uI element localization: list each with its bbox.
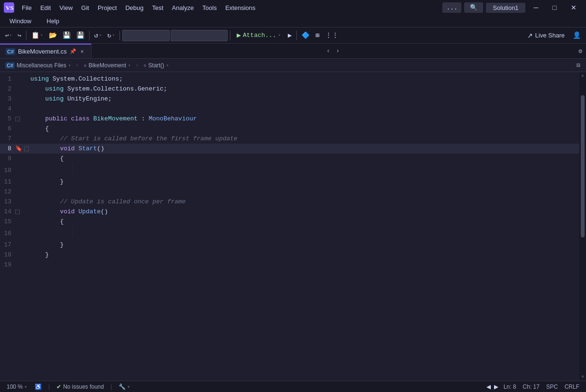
more-toolbar-btn[interactable]: ⋮⋮ xyxy=(323,30,341,41)
line-content-18: } xyxy=(28,250,579,260)
open-file-btn[interactable]: 📂 xyxy=(46,30,59,41)
diagnostics-btn[interactable]: 🔷 xyxy=(299,30,312,41)
line-gutter-10: 10 xyxy=(0,164,28,177)
namespace-text: System.Collections; xyxy=(49,75,123,82)
tab-filename: BikeMovement.cs xyxy=(18,48,67,55)
menu-analyze[interactable]: Analyze xyxy=(168,2,198,13)
undo-btn[interactable]: ↺ ▾ xyxy=(92,30,104,41)
tab-close-button[interactable]: × xyxy=(79,48,85,55)
profile-button[interactable]: 👤 xyxy=(570,30,583,41)
scroll-right-status[interactable]: ▶ xyxy=(493,383,500,390)
line-ending-info[interactable]: CRLF xyxy=(562,383,582,390)
menu-edit[interactable]: Edit xyxy=(37,2,55,13)
menu-git[interactable]: Git xyxy=(77,2,93,13)
menu-extensions[interactable]: Extensions xyxy=(221,2,259,13)
line-info[interactable]: Ln: 8 xyxy=(501,383,519,390)
config-dropdown[interactable] xyxy=(122,30,170,41)
no-issues-indicator[interactable]: ✔ No issues found xyxy=(54,381,107,392)
scroll-left-status[interactable]: ◀ xyxy=(485,383,492,390)
new-item-btn[interactable]: 📋 ▾ xyxy=(29,30,45,41)
toolbar-sep-3 xyxy=(119,31,120,40)
split-icon: ⊟ xyxy=(577,62,580,69)
platform-dropdown[interactable] xyxy=(171,30,228,41)
collapse-button-5[interactable]: - xyxy=(15,117,20,121)
table-row: 8 🔖 - void Start() xyxy=(0,144,579,154)
method-start: Start xyxy=(78,145,97,152)
tab-pin-icon[interactable]: 📌 xyxy=(70,48,76,55)
col-info[interactable]: Ch: 17 xyxy=(520,383,542,390)
line-content-13: // Update is called once per frame xyxy=(28,197,579,207)
menu-window[interactable]: Window xyxy=(6,16,35,27)
tabs-scroll-right[interactable]: › xyxy=(333,44,342,58)
layout-btn[interactable]: ⊞ xyxy=(313,30,321,41)
scrollbar-thumb[interactable] xyxy=(581,95,585,237)
forward-btn[interactable]: ↪ xyxy=(15,30,24,41)
line-gutter-14: 14 - xyxy=(0,207,28,217)
line-number-13: 13 xyxy=(0,197,15,207)
line-number-10: 10 xyxy=(0,165,15,175)
code-editor[interactable]: 1 using System.Collections; 2 using Syst… xyxy=(0,72,579,381)
tab-bikemovement[interactable]: C# BikeMovement.cs 📌 × xyxy=(0,44,92,58)
brace-close-17: } xyxy=(60,241,64,248)
line-number-17: 17 xyxy=(0,240,15,250)
close-button[interactable]: ✕ xyxy=(565,2,582,13)
scroll-up-arrow[interactable]: ▲ xyxy=(579,72,586,79)
line-icons-5: - xyxy=(15,117,27,121)
brace-open-15: { xyxy=(60,218,64,225)
menu-file[interactable]: File xyxy=(18,2,36,13)
method-update: Update xyxy=(78,208,101,215)
line-gutter-6: 6 xyxy=(0,124,28,134)
line-info-label: Ln: 8 xyxy=(504,383,516,390)
save-all-btn[interactable]: 💾 xyxy=(74,30,87,41)
back-forward-btn[interactable]: ↩ ▾ xyxy=(3,30,14,41)
table-row: 4 xyxy=(0,104,579,114)
menu-test[interactable]: Test xyxy=(148,2,167,13)
liveshare-button[interactable]: ↗ Live Share xyxy=(522,30,569,41)
tabs-scroll-left[interactable]: ‹ xyxy=(324,44,333,58)
nav-split-button[interactable]: ⊟ xyxy=(573,62,584,69)
breadcrumb-class-label: BikeMovement xyxy=(89,62,126,69)
redo-icon: ↻ xyxy=(107,31,111,39)
more-toolbar-icon: ⋮⋮ xyxy=(325,31,339,39)
more-icon: ... xyxy=(447,4,458,11)
nav-bar-right: ⊟ xyxy=(573,62,584,69)
zoom-level[interactable]: 100 % ▾ xyxy=(4,381,30,392)
run-button[interactable]: ▶ Attach... ▾ xyxy=(233,29,284,41)
accessibility-btn[interactable]: ♿ xyxy=(32,381,45,392)
menu-tools[interactable]: Tools xyxy=(199,2,220,13)
breadcrumb-class[interactable]: ⬦ BikeMovement ▾ xyxy=(80,59,134,72)
menu-project[interactable]: Project xyxy=(94,2,120,13)
title-more-button[interactable]: ... xyxy=(442,2,461,13)
title-bar: VS File Edit View Git Project Debug Test… xyxy=(0,0,586,15)
line-gutter-2: 2 xyxy=(0,84,28,94)
vertical-scrollbar[interactable]: ▲ ▼ xyxy=(579,72,586,381)
collapse-button-14[interactable]: - xyxy=(15,210,20,214)
scroll-down-arrow[interactable]: ▼ xyxy=(579,374,586,381)
tools-status-btn[interactable]: 🔧 ▾ xyxy=(116,381,133,392)
brace-open-9: { xyxy=(60,155,64,162)
minimize-button[interactable]: ─ xyxy=(528,2,544,13)
col-info-label: Ch: 17 xyxy=(523,383,540,390)
title-bar-right: ... 🔍 Solution1 ─ □ ✕ xyxy=(442,2,582,13)
table-row: 9 { xyxy=(0,154,579,164)
encoding-info[interactable]: SPC xyxy=(543,383,561,390)
scroll-right-status-icon: ▶ xyxy=(494,383,498,390)
toolbar-sep-2 xyxy=(89,31,90,40)
menu-view[interactable]: View xyxy=(55,2,76,13)
breadcrumb-method[interactable]: ⬦ Start() ▾ xyxy=(140,59,172,72)
table-row: 1 using System.Collections; xyxy=(0,74,579,84)
line-ending-label: CRLF xyxy=(565,383,579,390)
line-gutter-4: 4 xyxy=(0,104,28,114)
title-search-button[interactable]: 🔍 xyxy=(464,2,483,13)
run-extra-btn[interactable]: ▶ xyxy=(285,30,294,41)
comment-start: // Start is called before the first fram… xyxy=(60,135,237,142)
menu-debug[interactable]: Debug xyxy=(121,2,147,13)
breadcrumb-project[interactable]: C# Miscellaneous Files ▾ xyxy=(2,59,74,72)
tab-settings-button[interactable]: ⚙ xyxy=(575,44,586,58)
maximize-button[interactable]: □ xyxy=(547,2,562,13)
menu-help[interactable]: Help xyxy=(43,16,63,27)
undo-icon: ↺ xyxy=(94,31,98,39)
redo-btn[interactable]: ↻ ▾ xyxy=(105,30,117,41)
save-btn[interactable]: 💾 xyxy=(60,30,73,41)
editor-area: 1 using System.Collections; 2 using Syst… xyxy=(0,72,586,381)
